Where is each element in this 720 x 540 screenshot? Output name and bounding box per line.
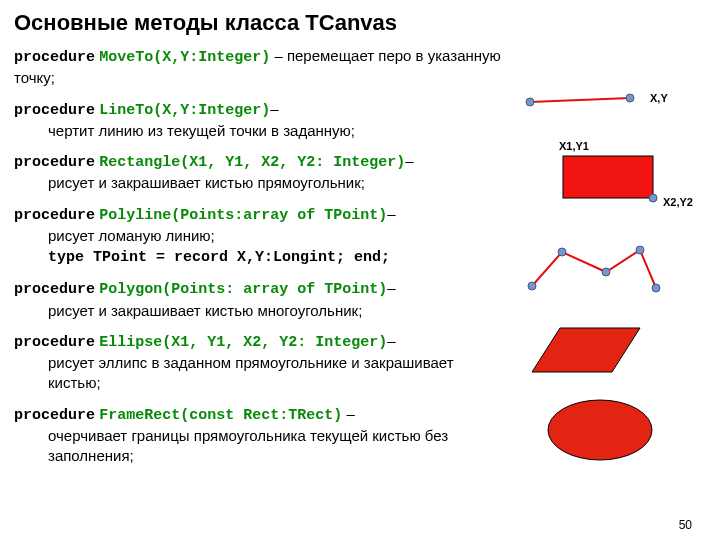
keyword: procedure: [14, 207, 95, 224]
svg-marker-10: [532, 328, 640, 372]
signature: Rectangle(X1, Y1, X2, Y2: Integer): [99, 154, 405, 171]
dash: –: [270, 47, 287, 64]
svg-point-9: [652, 284, 660, 292]
signature: Polyline(Points:array of TPoint): [99, 207, 387, 224]
keyword: procedure: [14, 154, 95, 171]
svg-point-5: [528, 282, 536, 290]
svg-line-0: [530, 98, 630, 102]
description: рисует эллипс в заданном прямоугольнике …: [14, 353, 504, 394]
illus-ellipse: [540, 398, 680, 468]
illus-lineto: X,Y: [520, 92, 700, 122]
svg-point-6: [558, 248, 566, 256]
illus-polygon: [520, 322, 670, 382]
description: чертит линию из текущей точки в заданную…: [14, 121, 504, 141]
description: рисует и закрашивает кистью многоугольни…: [14, 301, 504, 321]
label-x1y1: X1,Y1: [559, 140, 589, 152]
label-x2y2: X2,Y2: [663, 196, 693, 208]
dash: –: [387, 205, 395, 222]
method-framerect: procedure FrameRect(const Rect:TRect) – …: [14, 404, 504, 467]
dash: –: [387, 332, 395, 349]
page-title: Основные методы класса ТСanvas: [14, 10, 706, 36]
svg-point-1: [526, 98, 534, 106]
signature: FrameRect(const Rect:TRect): [99, 407, 342, 424]
signature: LineTo(X,Y:Integer): [99, 102, 270, 119]
dash: –: [270, 100, 278, 117]
keyword: procedure: [14, 407, 95, 424]
svg-point-4: [649, 194, 657, 202]
method-ellipse: procedure Ellipse(X1, Y1, X2, Y2: Intege…: [14, 331, 504, 394]
description: рисует и закрашивает кистью прямоугольни…: [14, 173, 504, 193]
description: рисует ломаную линию;: [14, 226, 504, 246]
keyword: procedure: [14, 334, 95, 351]
svg-point-8: [636, 246, 644, 254]
keyword: procedure: [14, 102, 95, 119]
svg-rect-3: [563, 156, 653, 198]
description: очерчивает границы прямоугольника текуще…: [14, 426, 504, 467]
methods-list: procedure MoveTo(X,Y:Integer) – перемеща…: [14, 46, 504, 466]
svg-point-11: [548, 400, 652, 460]
dash: –: [387, 279, 395, 296]
signature: Ellipse(X1, Y1, X2, Y2: Integer): [99, 334, 387, 351]
signature: MoveTo(X,Y:Integer): [99, 49, 270, 66]
method-polygon: procedure Polygon(Points: array of TPoin…: [14, 278, 504, 321]
svg-point-7: [602, 268, 610, 276]
page-number: 50: [679, 518, 692, 532]
dash: –: [405, 152, 413, 169]
illus-rectangle: X1,Y1 X2,Y2: [555, 140, 715, 222]
method-lineto: procedure LineTo(X,Y:Integer)– чертит ли…: [14, 99, 504, 142]
signature: Polygon(Points: array of TPoint): [99, 281, 387, 298]
dash: –: [342, 405, 355, 422]
method-moveto: procedure MoveTo(X,Y:Integer) – перемеща…: [14, 46, 504, 89]
keyword: procedure: [14, 49, 95, 66]
method-rectangle: procedure Rectangle(X1, Y1, X2, Y2: Inte…: [14, 151, 504, 194]
keyword: procedure: [14, 281, 95, 298]
label-xy: X,Y: [650, 92, 668, 104]
svg-point-2: [626, 94, 634, 102]
type-definition: type TPoint = record X,Y:Longint; end;: [14, 248, 504, 268]
illus-polyline: [520, 240, 680, 300]
method-polyline: procedure Polyline(Points:array of TPoin…: [14, 204, 504, 269]
